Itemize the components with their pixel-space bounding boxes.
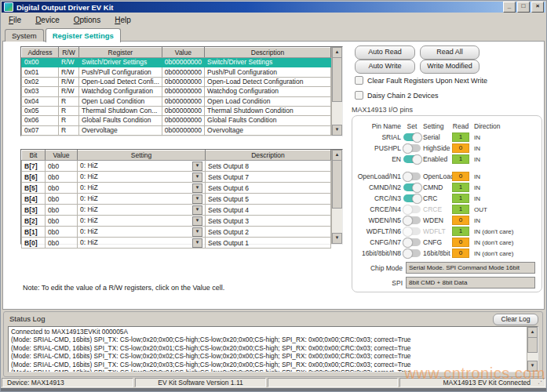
io-pins-title: MAX14913 I/O pins	[352, 106, 413, 114]
setting-text: 0: HiZ	[80, 227, 98, 235]
register-row[interactable]: 0x07ROvervoltage0b00000000Overvoltage	[22, 125, 331, 135]
register-row[interactable]: 0x04ROpen Load Condition0b00000000Open L…	[22, 96, 331, 106]
pin-toggle[interactable]	[403, 133, 421, 141]
pin-direction: IN	[470, 156, 480, 163]
pin-toggle[interactable]	[403, 172, 421, 180]
cell-value[interactable]: 0b00000000	[162, 58, 204, 67]
register-row[interactable]: 0x01R/WPush/Pull Configuration0b00000000…	[22, 67, 331, 77]
pin-direction: IN (don't care)	[470, 250, 513, 257]
pin-toggle[interactable]	[403, 144, 421, 152]
register-row[interactable]: 0x06RGlobal Faults Condition0b00000000Gl…	[22, 116, 331, 125]
tab-system[interactable]: System	[5, 29, 44, 42]
cell-bit-description: Sets Output 5	[206, 194, 331, 205]
status-log-title: Status Log	[9, 314, 45, 323]
toggle-knob-icon	[412, 154, 422, 165]
pin-toggle[interactable]	[403, 194, 421, 202]
cell-value[interactable]: 0b00000000	[162, 67, 204, 77]
scrollbar-thumb[interactable]	[332, 57, 342, 102]
cell-description: Watchdog Configuration	[205, 87, 331, 96]
checkbox-icon[interactable]	[355, 76, 363, 85]
cell-value[interactable]: 0b00000000	[162, 125, 204, 135]
cell-value[interactable]: 0b00000000	[162, 116, 204, 125]
setting-dropdown-icon[interactable]: ▼	[192, 227, 202, 237]
pin-direction: IN (don't care)	[470, 228, 513, 235]
pin-toggle[interactable]	[403, 216, 421, 224]
setting-dropdown-icon[interactable]: ▼	[192, 183, 202, 193]
header-set: Set	[401, 122, 423, 130]
cell-rw: R	[59, 106, 79, 115]
scroll-up-icon[interactable]: ▲	[527, 327, 538, 338]
cell-bit-value: 0b0	[46, 161, 78, 172]
register-col-header: Register	[79, 48, 162, 58]
io-pin-row: SRIALSerial1IN	[357, 132, 538, 143]
menu-help[interactable]: Help	[108, 15, 138, 25]
pin-toggle[interactable]	[403, 238, 421, 246]
cell-register: Overvoltage	[79, 125, 162, 135]
auto-read-button[interactable]: Auto Read	[355, 45, 415, 60]
cell-address: 0x05	[22, 106, 59, 115]
status-log-lines: Connected to MAX14913EVKit 000005A(Mode:…	[9, 327, 527, 372]
pin-toggle[interactable]	[403, 183, 421, 191]
cell-bit-description: Sets Output 3	[206, 216, 331, 227]
scroll-up-icon[interactable]: ▲	[332, 150, 342, 161]
pin-toggle[interactable]	[403, 155, 421, 163]
cell-address: 0x06	[22, 116, 59, 125]
daisy-chain-checkbox[interactable]: Daisy Chain 2 Devices	[355, 91, 439, 100]
menu-file[interactable]: File	[2, 15, 28, 25]
scrollbar-thumb[interactable]	[332, 160, 342, 209]
register-table-scrollbar[interactable]: ▲ ▼	[331, 47, 342, 136]
read-indicator: 0	[452, 238, 469, 247]
setting-dropdown-icon[interactable]: ▼	[192, 216, 202, 226]
maximize-button-icon[interactable]: □	[517, 2, 530, 13]
cell-address: 0x00	[22, 58, 59, 67]
status-log-box: Connected to MAX14913EVKit 000005A(Mode:…	[8, 326, 538, 372]
cell-bit: B[0]	[22, 238, 46, 249]
minimize-button-icon[interactable]: _	[503, 2, 516, 13]
read-all-button[interactable]: Read All	[420, 45, 480, 60]
resize-grip-icon[interactable]: ⋰	[538, 377, 545, 385]
io-pin-row: OpenLoad/IN1OpenLoad0IN	[357, 171, 538, 182]
checkbox-icon[interactable]	[355, 91, 363, 100]
clear-log-button[interactable]: Clear Log	[493, 314, 538, 325]
register-row[interactable]: 0x05RThermal Shutdown Con...0b00000000Th…	[22, 106, 331, 115]
clear-fault-checkbox[interactable]: Clear Fault Registers Upon Next Write	[355, 76, 487, 85]
scroll-up-icon[interactable]: ▲	[332, 47, 342, 58]
setting-dropdown-icon[interactable]: ▼	[192, 194, 202, 204]
pin-toggle[interactable]	[403, 249, 421, 257]
pin-name: CRCE/IN4	[357, 205, 401, 213]
io-pin-row: CNFG/IN7CNFG0IN (don't care)	[357, 237, 538, 248]
cell-register: Open Load Condition	[79, 96, 162, 106]
scroll-down-icon[interactable]: ▼	[332, 233, 342, 244]
chip-mode-row: Chip Mode Serial Mode. SPI Command Mode …	[357, 262, 538, 274]
scrollbar-thumb[interactable]	[527, 337, 538, 353]
scroll-down-icon[interactable]: ▼	[332, 125, 342, 136]
cell-value[interactable]: 0b00000000	[162, 106, 204, 115]
io-pin-row: PUSHPLHighSide0IN	[357, 143, 538, 154]
menu-options[interactable]: Options	[67, 15, 108, 25]
tab-register-settings[interactable]: Register Settings	[46, 28, 121, 42]
cell-value[interactable]: 0b00000000	[162, 87, 204, 96]
close-button-icon[interactable]: ×	[531, 2, 544, 13]
status-log-scrollbar[interactable]: ▲ ▼	[527, 327, 538, 372]
status-device: Device: MAX14913	[2, 378, 133, 387]
cell-value[interactable]: 0b00000000	[162, 96, 204, 106]
cell-setting: ▼0: HiZ	[78, 205, 206, 216]
setting-dropdown-icon[interactable]: ▼	[192, 205, 202, 215]
log-line: (Mode: SRIAL-CMD, 16bits) SPI_TX: CS-low…	[11, 344, 524, 352]
setting-dropdown-icon[interactable]: ▼	[192, 238, 202, 248]
bit-col-header: Bit	[22, 151, 46, 161]
setting-text: 0: HiZ	[80, 183, 98, 191]
auto-write-button[interactable]: Auto Write	[355, 60, 415, 74]
cell-bit: B[2]	[22, 216, 46, 227]
write-modified-button[interactable]: Write Modified	[420, 60, 480, 74]
register-row[interactable]: 0x03R/WWatchdog Configuration0b00000000W…	[22, 87, 331, 96]
bit-table-scrollbar[interactable]: ▲ ▼	[331, 150, 342, 244]
setting-dropdown-icon[interactable]: ▼	[192, 172, 202, 182]
menu-device[interactable]: Device	[28, 15, 67, 25]
pin-name: WDEN/IN5	[357, 216, 401, 224]
register-row[interactable]: 0x02R/WOpen-Load Detect Confi...0b000000…	[22, 77, 331, 86]
register-row[interactable]: 0x00R/WSwitch/Driver Settings0b00000000S…	[22, 58, 331, 67]
setting-dropdown-icon[interactable]: ▼	[192, 162, 202, 171]
scroll-down-icon[interactable]: ▼	[527, 361, 538, 372]
cell-value[interactable]: 0b00000000	[162, 77, 204, 86]
